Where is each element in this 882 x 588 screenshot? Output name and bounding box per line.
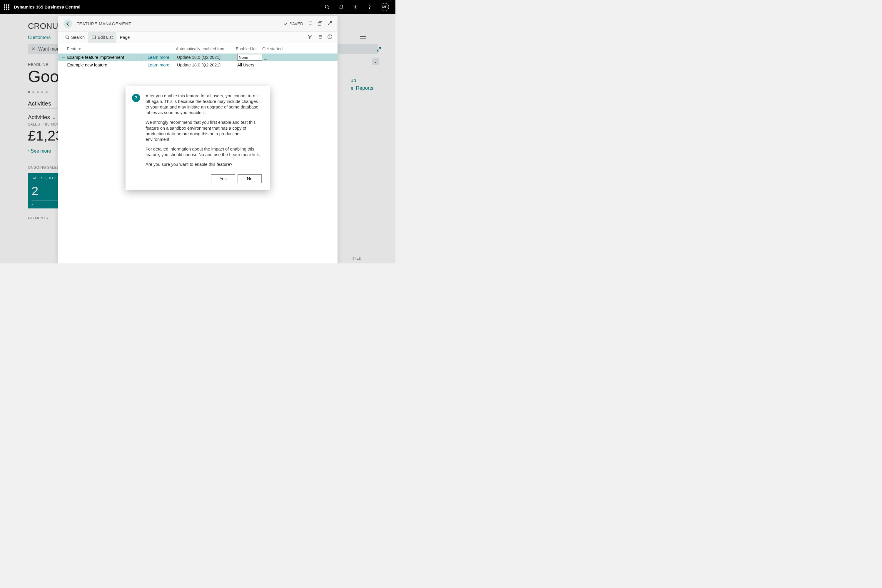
dialog-p1: After you enable this feature for all us…	[146, 93, 262, 116]
dialog-p4: Are you sure you want to enable this fea…	[146, 162, 262, 167]
question-icon: ?	[132, 94, 140, 102]
dialog-backdrop: ? After you enable this feature for all …	[0, 0, 395, 263]
dialog-text: After you enable this feature for all us…	[146, 93, 262, 167]
no-button[interactable]: No	[237, 174, 262, 183]
confirm-dialog: ? After you enable this feature for all …	[126, 86, 270, 190]
yes-button[interactable]: Yes	[211, 174, 235, 183]
dialog-p3: For detailed information about the impac…	[146, 146, 262, 158]
dialog-p2: We strongly recommend that you first ena…	[146, 120, 262, 142]
